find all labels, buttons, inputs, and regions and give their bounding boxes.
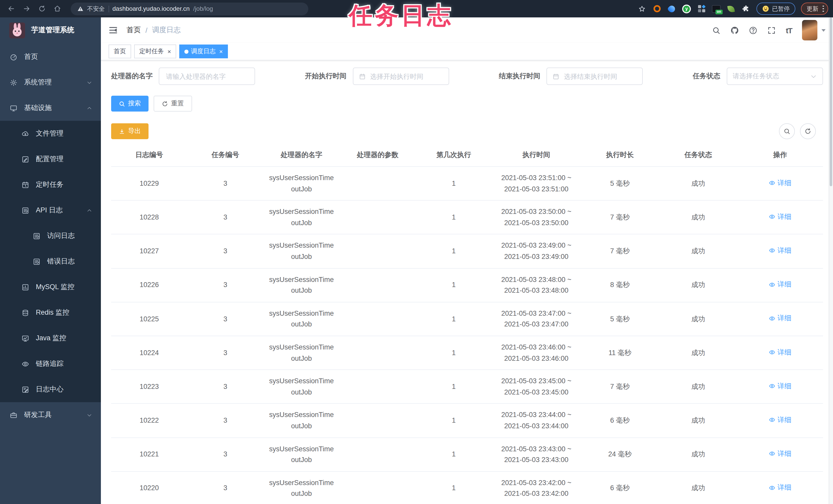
sidebar-item-基础设施[interactable]: 基础设施 <box>0 95 101 121</box>
end-time-field[interactable] <box>563 72 637 81</box>
action-cell: 详细 <box>737 471 823 504</box>
execute-time-start: 2021-05-03 23:50:00 ~ <box>494 206 579 217</box>
detail-link[interactable]: 详细 <box>769 482 791 493</box>
calendar-icon <box>359 73 365 80</box>
sidebar-item-配置管理[interactable]: 配置管理 <box>0 146 101 172</box>
sidebar-item-Redis 监控[interactable]: Redis 监控 <box>0 300 101 325</box>
help-question-icon[interactable] <box>749 26 758 34</box>
chevron-down-icon <box>810 73 817 80</box>
close-tab-icon[interactable]: × <box>167 48 171 54</box>
execute-time-start: 2021-05-03 23:44:00 ~ <box>494 410 579 421</box>
handler-name: sysUserSessionTimeoutJob <box>268 274 334 296</box>
extension-grid-icon[interactable] <box>697 4 706 13</box>
log-id-cell: 10228 <box>111 200 187 234</box>
duration-cell: 6 毫秒 <box>581 404 659 437</box>
handler-name: sysUserSessionTimeoutJob <box>268 172 334 195</box>
browser-update-badge[interactable]: 更新 <box>801 3 828 15</box>
detail-link[interactable]: 详细 <box>769 211 791 222</box>
fullscreen-icon[interactable] <box>767 26 776 34</box>
eye-icon <box>769 451 776 457</box>
close-tab-icon[interactable]: × <box>219 48 223 54</box>
eye-icon <box>769 247 776 254</box>
sidebar-item-错误日志[interactable]: 错误日志 <box>0 249 101 274</box>
sidebar-item-日志中心[interactable]: 日志中心 <box>0 377 101 402</box>
browser-menu-kebab-icon[interactable] <box>823 6 824 12</box>
export-button[interactable]: 导出 <box>111 123 148 139</box>
extension-orange-icon[interactable] <box>652 4 662 13</box>
breadcrumb: 首页 / 调度日志 <box>126 26 181 35</box>
job-status-select[interactable]: 请选择任务状态 <box>727 68 823 85</box>
sidebar-item-系统管理[interactable]: 系统管理 <box>0 70 101 95</box>
sidebar-item-定时任务[interactable]: 定时任务 <box>0 172 101 198</box>
refresh-table-button[interactable] <box>800 123 815 139</box>
execute-time-start: 2021-05-03 23:43:00 ~ <box>494 444 579 454</box>
bookmark-star-icon[interactable] <box>637 4 647 13</box>
extension-leaf-icon[interactable] <box>727 4 736 13</box>
status-cell: 成功 <box>659 471 737 504</box>
sidebar-item-访问日志[interactable]: 访问日志 <box>0 223 101 249</box>
breadcrumb-home[interactable]: 首页 <box>126 26 141 35</box>
insecure-warning-icon[interactable] <box>77 6 84 12</box>
begin-time-input[interactable] <box>353 68 449 85</box>
detail-label: 详细 <box>778 414 791 425</box>
detail-link[interactable]: 详细 <box>769 347 791 358</box>
scrollbar-thumb[interactable] <box>830 18 832 186</box>
table-row: 102233sysUserSessionTimeoutJob12021-05-0… <box>111 370 823 403</box>
log-id-cell: 10225 <box>111 302 187 336</box>
browser-reload-icon[interactable] <box>36 3 48 15</box>
user-avatar[interactable] <box>802 20 817 41</box>
execute-time-end: 2021-05-03 23:49:00 <box>494 251 579 262</box>
extension-green-y-icon[interactable]: y <box>682 4 691 13</box>
hamburger-icon[interactable] <box>109 26 118 35</box>
browser-forward-icon[interactable] <box>21 3 33 15</box>
extension-on-badge-icon[interactable]: on <box>712 4 721 13</box>
table-mini-actions <box>779 123 815 139</box>
font-size-icon[interactable]: tT <box>786 26 792 34</box>
active-tab-dot <box>184 49 188 53</box>
window-scrollbar[interactable] <box>828 18 833 504</box>
end-time-input[interactable] <box>546 68 643 85</box>
sidebar-logo[interactable]: 芋道管理系统 <box>0 18 101 43</box>
execute-time-end: 2021-05-03 23:45:00 <box>494 386 579 398</box>
detail-link[interactable]: 详细 <box>769 448 791 459</box>
extensions-puzzle-icon[interactable] <box>741 4 751 13</box>
profile-paused-badge[interactable]: 已暂停 <box>756 3 795 15</box>
extension-blue-icon[interactable] <box>667 4 676 13</box>
sidebar-item-API 日志[interactable]: API 日志 <box>0 198 101 223</box>
handler-name-field[interactable] <box>165 72 249 81</box>
tab-定时任务[interactable]: 定时任务× <box>134 45 176 58</box>
handler-name: sysUserSessionTimeoutJob <box>268 444 334 465</box>
browser-home-icon[interactable] <box>51 3 64 15</box>
column-header-操作: 操作 <box>737 144 823 167</box>
sidebar-item-文件管理[interactable]: 文件管理 <box>0 121 101 146</box>
begin-time-field[interactable] <box>369 72 443 81</box>
sidebar-item-首页[interactable]: 首页 <box>0 44 101 70</box>
detail-link[interactable]: 详细 <box>769 279 791 290</box>
log-id-cell: 10221 <box>111 437 187 471</box>
handler-name: sysUserSessionTimeoutJob <box>268 410 334 432</box>
sidebar-item-研发工具[interactable]: 研发工具 <box>0 402 101 428</box>
sidebar-item-链路追踪[interactable]: 链路追踪 <box>0 351 101 377</box>
browser-back-icon[interactable] <box>5 3 18 15</box>
detail-link[interactable]: 详细 <box>769 414 791 425</box>
toggle-search-button[interactable] <box>779 123 794 139</box>
search-button[interactable]: 搜索 <box>111 96 148 111</box>
tab-调度日志[interactable]: 调度日志× <box>179 45 228 58</box>
filter-label-begin-time: 开始执行时间 <box>305 72 347 81</box>
detail-link[interactable]: 详细 <box>769 245 791 256</box>
detail-link[interactable]: 详细 <box>769 313 791 324</box>
handler-name-input[interactable] <box>159 68 255 85</box>
tab-首页[interactable]: 首页 <box>109 45 131 58</box>
header-search-icon[interactable] <box>712 26 721 34</box>
user-menu[interactable] <box>802 20 825 41</box>
detail-link[interactable]: 详细 <box>769 381 791 392</box>
filter-label-end-time: 结束执行时间 <box>499 72 540 81</box>
address-bar[interactable]: 不安全 dashboard.yudao.iocoder.cn/job/log <box>71 2 308 15</box>
action-cell: 详细 <box>737 167 823 200</box>
reset-button[interactable]: 重置 <box>153 96 192 111</box>
duration-cell: 5 毫秒 <box>581 167 659 200</box>
detail-link[interactable]: 详细 <box>769 177 791 188</box>
github-icon[interactable] <box>731 26 739 34</box>
sidebar-item-Java 监控[interactable]: Java 监控 <box>0 325 101 351</box>
sidebar-item-MySQL 监控[interactable]: MySQL 监控 <box>0 274 101 300</box>
